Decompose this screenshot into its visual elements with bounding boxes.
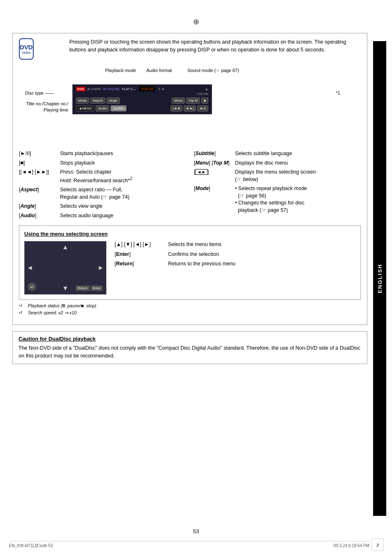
screen-audio-btn[interactable]: Audio — [96, 105, 109, 111]
screen-angle-btn[interactable]: Angle — [106, 97, 120, 104]
audio-format-label: Audio format — [146, 68, 172, 73]
menu-return-btn[interactable]: Return — [76, 285, 90, 291]
screen-mode-btn[interactable]: Mode — [76, 97, 89, 104]
ctrl-row-stop: [■] Stops playback — [19, 160, 186, 167]
screen-subtitle-btn[interactable]: Subtitle — [111, 105, 127, 111]
screen-time: 0:31:32 — [139, 86, 155, 91]
screen-playpause-btn[interactable]: ►/II — [197, 105, 208, 111]
menu-section: Using the menu selecting screen ▲ ▼ ◄ ► … — [19, 225, 361, 300]
menu-return-enter-btns: Return Enter — [76, 285, 103, 291]
playback-mode-label: Playback mode — [105, 68, 136, 73]
caution-title: Caution for DualDisc playback — [18, 336, 361, 342]
menu-screen-mock: ▲ ▼ ◄ ► ↵ Return Enter — [24, 241, 106, 295]
caution-text: The Non-DVD side of a "DualDisc" does no… — [18, 344, 361, 360]
main-content: DVD Video Pressing DISP or touching the … — [12, 33, 367, 524]
menu-enter-btn[interactable]: Enter — [91, 285, 103, 291]
controls-right-col: [Subtitle] Selects subtitle language [Me… — [194, 150, 361, 221]
footnotes: *1 Playback status (II: pause/■: stop) *… — [19, 303, 361, 316]
ctrl-row-select-icon: [◄►] Displays the menu selecting screen(… — [194, 169, 361, 183]
menu-arrow-right-icon: ► — [97, 264, 104, 272]
main-info-box: DVD Video Pressing DISP or touching the … — [12, 33, 367, 325]
screen-dvd-badge: DVD — [76, 87, 85, 91]
menu-section-title: Using the menu selecting screen — [24, 231, 355, 237]
ctrl-row-menu-topm: [Menu] [Top M] Displays the disc menu — [194, 160, 361, 167]
menu-inner: ▲ ▼ ◄ ► ↵ Return Enter [▲] [▼] [◄] [►] S… — [24, 241, 355, 295]
screen-prev-btn[interactable]: |◄◄ — [171, 105, 183, 111]
controls-table: [►/II] Starts playback/pauses [■] Stops … — [19, 150, 361, 221]
disc-type-label: Disc type —— — [25, 91, 54, 95]
menu-back-icon[interactable]: ↵ — [28, 283, 36, 291]
controls-left-col: [►/II] Starts playback/pauses [■] Stops … — [19, 150, 186, 221]
title-label: Title no./Chapter no./ Playing time — [19, 101, 68, 114]
crosshair-top-icon: ⊕ — [193, 17, 199, 26]
language-label: ENGLISH — [377, 264, 383, 293]
menu-ctrl-arrows: [▲] [▼] [◄] [►] Selects the menu items — [115, 241, 355, 248]
ctrl-row-subtitle: [Subtitle] Selects subtitle language — [194, 150, 361, 158]
menu-arrow-up-icon: ▲ — [62, 244, 69, 251]
dvd-logo: DVD Video — [19, 38, 34, 60]
ctrl-row-audio: [Audio] Selects audio language — [19, 212, 186, 220]
screen-next-btn[interactable]: ►►| — [184, 105, 196, 111]
screen-stop-btn[interactable]: ■ — [201, 97, 208, 104]
screen-menu-btn[interactable]: Menu — [172, 97, 185, 104]
date-info: 09.3.24 6:19:54 PM — [334, 543, 369, 548]
menu-arrow-left-icon: ◄ — [27, 264, 33, 272]
caution-box: Caution for DualDisc playback The Non-DV… — [12, 331, 367, 364]
screen-time-display: 7:00 PM — [76, 92, 208, 96]
ctrl-row-playpause: [►/II] Starts playback/pauses — [19, 150, 186, 158]
asterisk1-label: *1 — [336, 91, 340, 95]
music-note-icon: ♪ — [371, 538, 384, 551]
screen-diagram: Playback mode Audio format Sound mode (☞… — [19, 64, 361, 146]
english-sidebar: ENGLISH — [373, 41, 386, 516]
ctrl-row-chapter: [|◄◄] [►►|] Press: Selects chapterHold: … — [19, 169, 186, 184]
page-number: 53 — [193, 528, 199, 534]
menu-arrow-down-icon: ▼ — [62, 285, 69, 292]
intro-text: Pressing DISP or touching the screen sho… — [69, 38, 361, 54]
ctrl-row-mode: [Mode] • Selects repeat playback mode (☞… — [194, 185, 361, 214]
screen-aspect-btn[interactable]: Aspect — [90, 97, 105, 104]
file-info: EN_KW-NT1[J]f.indb 53 — [9, 543, 53, 548]
footnote-2: *2 Search speed: x2 ⇒ x10 — [19, 310, 361, 316]
menu-ctrl-return: [Return] Returns to the previous menu — [115, 260, 355, 268]
screen-topm-btn[interactable]: Top M — [186, 97, 200, 104]
ctrl-row-aspect: [Aspect] Selects aspect ratio — Full,Reg… — [19, 186, 186, 201]
menu-controls-right: [▲] [▼] [◄] [►] Selects the menu items [… — [115, 241, 355, 295]
bottom-bar: EN_KW-NT1[J]f.indb 53 09.3.24 6:19:54 PM — [9, 541, 369, 548]
screen-mock: DVD ⊕ CHIRP IXI DIGITAL FLAT C— 0:31:32 … — [72, 84, 212, 114]
sound-mode-label: Sound mode (☞ page 67) — [187, 68, 239, 73]
ctrl-row-angle: [Angle] Selects view angle — [19, 203, 186, 210]
menu-ctrl-enter: [Enter] Confirms the selection — [115, 251, 355, 258]
screen-menu-icon[interactable]: ▲MENU — [76, 105, 95, 111]
footnote-1: *1 Playback status (II: pause/■: stop) — [19, 303, 361, 309]
